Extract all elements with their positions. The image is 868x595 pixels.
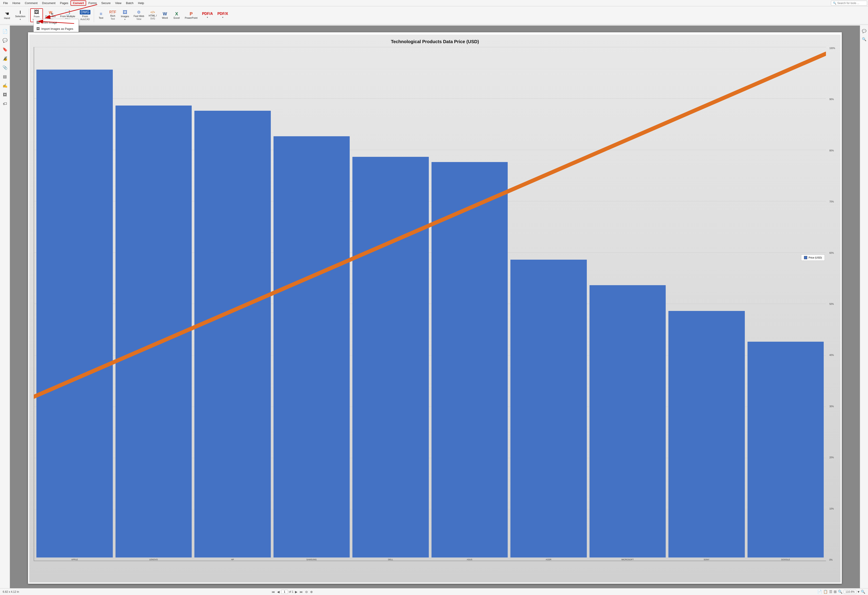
menu-file[interactable]: File — [1, 0, 10, 6]
rich-text-label: Rich — [110, 15, 115, 17]
powerpoint-label: PowerPoint — [185, 16, 197, 19]
images-tool[interactable]: 🖼 Images ▾ — [119, 9, 131, 22]
dropdown-from-image[interactable]: 🖼 From Image — [34, 19, 78, 24]
images-label: Images — [121, 15, 129, 18]
from-multiple-icon: 📑 — [65, 10, 71, 15]
from-autocad-icon: DWG — [80, 10, 90, 15]
word-tool[interactable]: W Word — [159, 10, 170, 20]
menu-pages[interactable]: Pages — [58, 0, 71, 6]
menu-view[interactable]: View — [113, 0, 124, 6]
from-image-menu-label: From Image — [41, 21, 57, 24]
fast-web-tool[interactable]: ⚙ Fast Web View — [131, 9, 146, 22]
search-box[interactable]: 🔍 — [831, 1, 867, 6]
menu-document[interactable]: Document — [40, 0, 58, 6]
from-autocad-sub: AutoCAD — [80, 18, 90, 21]
fast-web-icon: ⚙ — [137, 10, 140, 14]
menu-secure[interactable]: Secure — [99, 0, 113, 6]
word-label: Word — [162, 16, 168, 19]
text-label: Text — [99, 16, 103, 19]
from-multiple-label: From Multiple — [60, 15, 75, 18]
hand-label: Hand — [4, 17, 10, 19]
sep2 — [94, 9, 94, 22]
rich-text-sub: Text — [111, 18, 115, 20]
excel-label: Excel — [174, 16, 180, 19]
from-image-label: From — [34, 15, 40, 18]
menu-forms[interactable]: Forms — [86, 0, 99, 6]
menu-comment[interactable]: Comment — [23, 0, 40, 6]
search-input[interactable] — [837, 1, 864, 5]
pdfa-sub: ▾ — [207, 16, 208, 19]
from-autocad-button[interactable]: DWG From AutoCAD — [78, 9, 93, 22]
html-svg-sub: SVG — [150, 18, 155, 20]
menu-help[interactable]: Help — [136, 0, 146, 6]
dropdown-menu: 🖼 From Image 🖼 Import Images as Pages — [34, 19, 79, 24]
menu-home[interactable]: Home — [10, 0, 23, 6]
from-ms-office-icon: W▤ — [49, 10, 52, 15]
pdfx-tool[interactable]: PDF/X ▾ — [216, 11, 230, 20]
from-image-icon: 🖼 — [34, 10, 39, 15]
from-ms-office-label: From MS — [46, 15, 56, 18]
pdfa-tool[interactable]: PDF/A ▾ — [200, 11, 215, 20]
hand-tool[interactable]: ☚ Hand — [1, 10, 13, 21]
menu-convert[interactable]: Convert — [71, 0, 86, 6]
selection-arrow: ▾ — [20, 18, 21, 21]
word-icon: W — [163, 12, 167, 16]
powerpoint-icon: P — [190, 12, 193, 16]
fast-web-label: Fast Web — [134, 15, 144, 18]
images-icon: 🖼 — [123, 10, 127, 15]
fast-web-sub: View — [137, 18, 142, 20]
pdfa-icon: PDF/A — [202, 12, 213, 16]
rich-text-tool[interactable]: RTF Rich Text — [107, 9, 118, 21]
html-svg-label: HTML / — [149, 14, 157, 17]
from-autocad-label: From — [82, 15, 88, 18]
search-icon: 🔍 — [833, 1, 836, 5]
from-image-menu-icon: 🖼 — [36, 21, 40, 24]
excel-tool[interactable]: X Excel — [171, 10, 182, 20]
excel-icon: X — [175, 12, 178, 16]
menu-bar: File Home Comment Document Pages Convert… — [0, 0, 868, 6]
hand-icon: ☚ — [5, 11, 9, 16]
html-svg-tool[interactable]: </> HTML / SVG — [147, 9, 159, 21]
rich-text-icon: RTF — [109, 10, 116, 14]
html-svg-icon: </> — [150, 10, 155, 14]
selection-label: Selection — [15, 15, 25, 18]
text-icon: ≡ — [100, 12, 102, 16]
images-sub: ▾ — [124, 18, 125, 21]
pdfx-sub: ▾ — [222, 16, 223, 19]
selection-tool[interactable]: I Selection ▾ — [13, 9, 27, 22]
selection-icon: I — [20, 10, 21, 15]
menu-batch[interactable]: Batch — [124, 0, 136, 6]
text-tool[interactable]: ≡ Text — [95, 10, 107, 20]
pdfx-icon: PDF/X — [217, 12, 228, 16]
powerpoint-tool[interactable]: P PowerPoint — [183, 10, 199, 20]
toolbar: ☚ Hand I Selection ▾ 🖼 From Image ▾ W▤ F… — [0, 6, 868, 24]
